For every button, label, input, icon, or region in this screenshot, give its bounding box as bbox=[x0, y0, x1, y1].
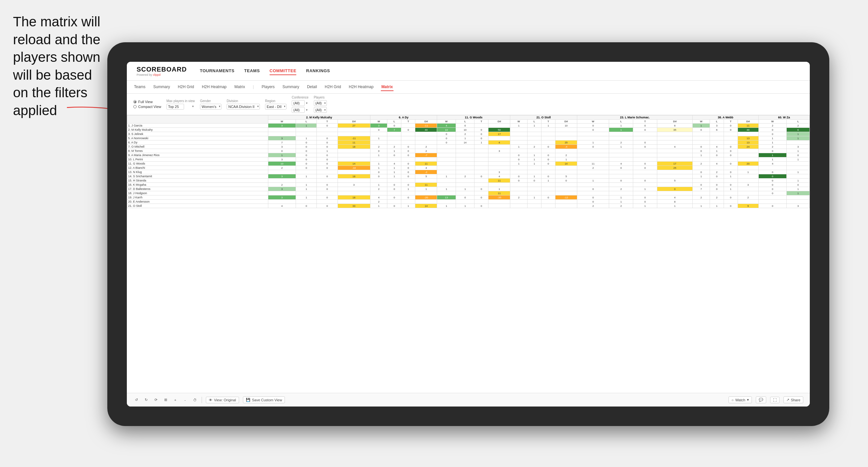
max-players-select[interactable]: Top 25 bbox=[166, 104, 184, 110]
subnav-teams[interactable]: Teams bbox=[133, 83, 146, 91]
conference-select1[interactable]: (All) bbox=[292, 100, 305, 106]
nav-items: TOURNAMENTS TEAMS COMMITTEE RANKINGS bbox=[200, 67, 330, 75]
division-label: Division bbox=[227, 99, 260, 103]
comment-button[interactable]: 💬 bbox=[756, 397, 766, 403]
max-players-label: Max players in view bbox=[166, 99, 195, 103]
top-nav: SCOREBOARD Powered by clippd TOURNAMENTS… bbox=[127, 62, 810, 81]
division-filter: Division NCAA Division II bbox=[227, 99, 260, 110]
players-select-wrapper2[interactable]: (All) bbox=[314, 107, 327, 113]
player-name: 1. J Garcia bbox=[127, 124, 268, 128]
full-view-radio[interactable] bbox=[133, 100, 136, 103]
conference-select-wrapper1[interactable]: (All) bbox=[292, 100, 309, 106]
subnav-summary1[interactable]: Summary bbox=[153, 83, 170, 91]
logo-scoreboard: SCOREBOARD bbox=[136, 66, 187, 73]
toolbar-separator bbox=[202, 397, 202, 403]
gender-select[interactable]: Women's bbox=[200, 104, 221, 110]
subnav-players[interactable]: Players bbox=[261, 83, 275, 91]
table-row: 17. D Ballesteros 310 2011 1101 0210 701… bbox=[127, 187, 810, 191]
watch-button[interactable]: ○ Watch ▾ bbox=[728, 397, 751, 403]
matrix-container[interactable]: 2. M Kelly Mulcahy 6. A Dy 11. G Woods 2… bbox=[127, 115, 810, 393]
conference-filter: Conference (All) (All) bbox=[292, 96, 309, 113]
players-label: Players bbox=[314, 96, 327, 99]
table-row: 16. K Mcgaha 2103 10011 0003 00 bbox=[127, 183, 810, 187]
player-name: 8. M Torres bbox=[127, 149, 268, 153]
zoom-fit-icon[interactable]: ⊞ bbox=[163, 397, 168, 403]
watch-label: Watch bbox=[735, 398, 745, 402]
table-row: 1. J Garcia 31027 30-11 40 11110 0106 13… bbox=[127, 124, 810, 128]
player-name: 15. H Stranda bbox=[127, 179, 268, 183]
region-filter: Region East - DII bbox=[265, 99, 286, 110]
zoom-in-icon[interactable]: + bbox=[173, 397, 178, 403]
view-original-label: View: Original bbox=[214, 398, 236, 402]
table-row: 5. A Nomrowski 310-11 1 010 13 11 bbox=[127, 136, 810, 141]
tablet-device: SCOREBOARD Powered by clippd TOURNAMENTS… bbox=[107, 42, 829, 426]
share-label: Share bbox=[791, 398, 800, 402]
table-row: 19. J Karrh 31018 400-20 1300-35 210-12 … bbox=[127, 195, 810, 200]
table-row: 12. A Bianchi 200-18 1104 20025 bbox=[127, 166, 810, 170]
compact-view-option[interactable]: Compact View bbox=[133, 105, 161, 108]
th-schumac: 23. L Marie Schumac. bbox=[577, 116, 692, 120]
subnav-h2h-heatmap2[interactable]: H2H Heatmap bbox=[348, 83, 374, 91]
conference-select2[interactable]: (All) bbox=[292, 107, 305, 113]
clock-icon[interactable]: ⏱ bbox=[192, 397, 198, 403]
subnav-detail[interactable]: Detail bbox=[306, 83, 318, 91]
table-row: 15. H Stranda 11 0010 1005 01 bbox=[127, 179, 810, 183]
division-select[interactable]: NCAA Division II bbox=[227, 104, 260, 110]
nav-committee[interactable]: COMMITTEE bbox=[270, 67, 297, 75]
compact-view-label: Compact View bbox=[138, 105, 161, 108]
player-name: 21. O Stoll bbox=[127, 204, 268, 208]
table-row: 20. E Andersson 2 0108 bbox=[127, 200, 810, 204]
th-webb: 38. A Webb bbox=[693, 116, 758, 120]
undo-icon[interactable]: ↺ bbox=[133, 397, 139, 403]
th-za: 60. W Za bbox=[758, 116, 809, 120]
th-woods: 11. G Woods bbox=[437, 116, 510, 120]
save-icon: 💾 bbox=[246, 398, 250, 402]
players-select1[interactable]: (All) bbox=[314, 100, 327, 106]
region-select-wrapper[interactable]: East - DII bbox=[265, 103, 286, 110]
minus-icon[interactable]: - bbox=[182, 397, 188, 403]
share-button[interactable]: ↗ Share bbox=[783, 397, 803, 403]
annotation-text: The matrix will reload and the players s… bbox=[13, 13, 111, 120]
player-name: 14. S Srichantamit bbox=[127, 174, 268, 179]
th-w1: W bbox=[268, 120, 296, 124]
subnav-h2h-grid1[interactable]: H2H Grid bbox=[177, 83, 195, 91]
player-name: 2. M Kelly Mulcahy bbox=[127, 128, 268, 132]
region-select[interactable]: East - DII bbox=[265, 104, 286, 110]
full-view-label: Full View bbox=[138, 100, 153, 104]
table-row: 3. S Jelinek 02017 01 bbox=[127, 132, 810, 136]
player-name: 9. A Maria Jimenez Rios bbox=[127, 153, 268, 157]
player-name: 5. A Nomrowski bbox=[127, 136, 268, 141]
players-select2[interactable]: (All) bbox=[314, 107, 327, 113]
nav-tournaments[interactable]: TOURNAMENTS bbox=[200, 67, 234, 75]
player-name: 11. G Woods bbox=[127, 162, 268, 166]
subnav-matrix2[interactable]: Matrix bbox=[381, 83, 394, 91]
gender-select-wrapper[interactable]: Women's bbox=[200, 103, 221, 110]
nav-teams[interactable]: TEAMS bbox=[244, 67, 260, 75]
table-row: 6. A Dy 70011 01414 25 120 13 1 bbox=[127, 141, 810, 145]
save-custom-button[interactable]: 💾 Save Custom View bbox=[243, 397, 285, 403]
max-players-select-wrapper[interactable]: Top 25 bbox=[166, 103, 195, 110]
subnav-h2h-grid2[interactable]: H2H Grid bbox=[324, 83, 342, 91]
players-select-wrapper1[interactable]: (All) bbox=[314, 100, 327, 106]
redo-icon[interactable]: ↻ bbox=[143, 397, 149, 403]
subnav-matrix1[interactable]: Matrix bbox=[234, 83, 246, 91]
division-select-wrapper[interactable]: NCAA Division II bbox=[227, 103, 260, 110]
gender-label: Gender bbox=[200, 99, 221, 103]
refresh-icon[interactable]: ⟳ bbox=[153, 397, 159, 403]
view-options: Full View Compact View bbox=[133, 100, 161, 108]
full-view-option[interactable]: Full View bbox=[133, 100, 161, 104]
player-name: 12. A Bianchi bbox=[127, 166, 268, 170]
logo-powered: Powered by clippd bbox=[136, 73, 187, 76]
player-name: 19. J Karrh bbox=[127, 195, 268, 200]
fullscreen-button[interactable]: ⛶ bbox=[770, 397, 779, 403]
view-original-button[interactable]: 👁 View: Original bbox=[206, 397, 239, 403]
nav-rankings[interactable]: RANKINGS bbox=[306, 67, 330, 75]
conference-label: Conference bbox=[292, 96, 309, 99]
compact-view-radio[interactable] bbox=[133, 105, 136, 108]
th-player bbox=[127, 116, 268, 124]
table-row: 7. O Mitchell 30018 2202 120-4 0104 0402… bbox=[127, 145, 810, 149]
conference-select-wrapper2[interactable]: (All) bbox=[292, 107, 309, 113]
table-row: 8. M Torres 001 0102 3 010 01 bbox=[127, 149, 810, 153]
subnav-summary2[interactable]: Summary bbox=[282, 83, 300, 91]
subnav-h2h-heatmap1[interactable]: H2H Heatmap bbox=[201, 83, 227, 91]
